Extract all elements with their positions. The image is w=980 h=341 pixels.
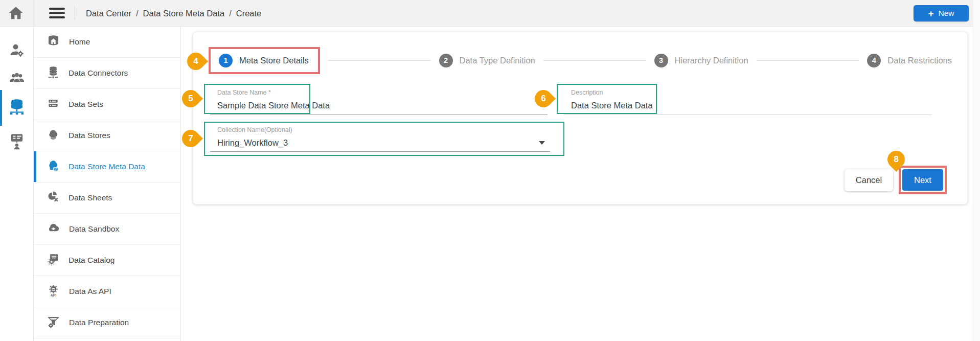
step-label: Data Type Definition xyxy=(460,56,535,65)
sidebar-item-home[interactable]: Home xyxy=(34,27,180,58)
step-data-restrictions[interactable]: 4 Data Restrictions xyxy=(867,54,952,67)
description-input[interactable]: Data Store Meta Data xyxy=(571,101,653,110)
breadcrumb-item-create: Create xyxy=(236,9,262,18)
user-groups-icon[interactable] xyxy=(0,63,34,92)
annotation-badge-6: 6 xyxy=(531,86,556,111)
sidebar-item-label: Data Sheets xyxy=(69,193,112,202)
breadcrumb-item-data-store-meta-data[interactable]: Data Store Meta Data xyxy=(143,9,225,18)
sidebar-item-data-sets[interactable]: Data Sets xyxy=(34,89,180,120)
data-center-server-icon[interactable] xyxy=(0,93,34,122)
app-window: Data Center / Data Store Meta Data / Cre… xyxy=(0,0,980,341)
sidebar-item-data-sandbox[interactable]: Data Sandbox xyxy=(34,214,180,245)
sidebar-nav: Home Data Connectors xyxy=(34,27,180,341)
sidebar-item-label: Data Preparation xyxy=(69,318,129,327)
annotation-badge-8: 8 xyxy=(884,147,908,172)
collection-name-underline xyxy=(210,151,550,152)
sidebar-item-data-store-meta-data[interactable]: </> Data Store Meta Data xyxy=(34,151,180,183)
data-store-name-underline xyxy=(210,115,548,115)
breadcrumb: Data Center / Data Store Meta Data / Cre… xyxy=(86,0,261,27)
step-number-badge: 1 xyxy=(219,54,233,67)
sidebar-item-data-preparation[interactable]: Data Preparation xyxy=(34,307,180,338)
sidebar-item-data-stores[interactable]: Data Stores xyxy=(34,120,180,151)
plus-icon: + xyxy=(928,9,933,18)
step-label: Data Restrictions xyxy=(887,56,952,65)
sidebar-item-data-connectors[interactable]: Data Connectors xyxy=(34,58,180,89)
stepper-connector xyxy=(757,60,859,61)
main-content: 1 Meta Store Details 2 Data Type Definit… xyxy=(180,27,980,341)
step-number-badge: 4 xyxy=(867,54,881,67)
collection-name-label: Collection Name(Optional) xyxy=(217,126,292,133)
create-meta-store-card: 1 Meta Store Details 2 Data Type Definit… xyxy=(193,32,968,204)
sidebar-item-data-as-api[interactable]: API Data As API xyxy=(34,276,180,307)
step-label: Meta Store Details xyxy=(239,56,309,65)
scrollbar-track[interactable] xyxy=(973,0,980,341)
cloud-database-code-icon: </> xyxy=(47,159,60,174)
menu-hamburger-icon[interactable] xyxy=(49,8,65,19)
data-store-name-input[interactable]: Sample Data Store Meta Data xyxy=(217,101,330,110)
annotation-badge-4: 4 xyxy=(184,49,208,74)
sidebar-item-label: Data Sets xyxy=(69,100,103,109)
sidebar-item-label: Data Stores xyxy=(69,131,110,140)
sidebar-item-label: Data Connectors xyxy=(69,69,128,78)
stepper-connector xyxy=(328,60,431,61)
cloud-database-icon xyxy=(47,128,60,143)
description-label: Description xyxy=(571,89,603,96)
home-icon[interactable] xyxy=(7,5,27,22)
sidebar-item-data-sheets[interactable]: Data Sheets xyxy=(34,183,180,214)
svg-text:</>: </> xyxy=(54,167,57,170)
database-network-icon xyxy=(47,65,60,81)
next-button[interactable]: Next xyxy=(902,169,943,191)
data-sheets-icon xyxy=(47,190,60,206)
sidebar-item-label: Data As API xyxy=(69,287,111,296)
breadcrumb-divider xyxy=(75,7,75,20)
topbar-divider xyxy=(34,0,34,27)
catalog-gear-icon xyxy=(47,253,60,268)
cloud-icon xyxy=(47,221,60,237)
api-gear-icon: API xyxy=(47,284,60,300)
annotation-box-step-1: 1 Meta Store Details xyxy=(209,47,320,74)
sidebar-item-label: Data Sandbox xyxy=(69,224,119,234)
step-hierarchy-definition[interactable]: 3 Hierarchy Definition xyxy=(654,54,748,67)
collection-name-select[interactable]: Hiring_Workflow_3 xyxy=(217,138,288,148)
annotation-badge-7: 7 xyxy=(178,126,203,151)
new-button-label: New xyxy=(939,9,954,18)
home-database-icon xyxy=(47,34,60,50)
breadcrumb-item-data-center[interactable]: Data Center xyxy=(86,9,131,18)
wizard-stepper: 1 Meta Store Details 2 Data Type Definit… xyxy=(209,43,952,77)
cancel-button[interactable]: Cancel xyxy=(845,169,893,191)
stepper-connector xyxy=(543,60,646,61)
new-button[interactable]: + New xyxy=(914,5,969,21)
breadcrumb-separator: / xyxy=(229,9,232,18)
breadcrumb-separator: / xyxy=(136,9,139,18)
icon-rail xyxy=(0,27,34,341)
server-stack-icon xyxy=(47,97,60,112)
svg-text:API: API xyxy=(51,293,56,297)
top-bar: Data Center / Data Store Meta Data / Cre… xyxy=(0,0,980,27)
step-data-type-definition[interactable]: 2 Data Type Definition xyxy=(439,54,535,67)
step-meta-store-details[interactable]: 1 Meta Store Details xyxy=(219,54,309,67)
sidebar-item-label: Data Store Meta Data xyxy=(69,162,145,171)
dropdown-caret-icon[interactable] xyxy=(539,141,545,145)
data-store-name-label: Data Store Name * xyxy=(217,89,271,96)
training-board-icon[interactable] xyxy=(0,127,34,155)
sidebar-item-label: Home xyxy=(69,37,90,47)
sidebar-item-label: Data Catalog xyxy=(69,256,115,265)
funnel-gear-icon xyxy=(47,315,60,331)
step-label: Hierarchy Definition xyxy=(675,56,748,65)
description-underline xyxy=(564,115,932,115)
sidebar-item-data-catalog[interactable]: Data Catalog xyxy=(34,245,180,276)
annotation-badge-5: 5 xyxy=(178,86,203,111)
step-number-badge: 2 xyxy=(439,54,453,67)
user-settings-icon[interactable] xyxy=(0,36,34,64)
step-number-badge: 3 xyxy=(654,54,668,67)
